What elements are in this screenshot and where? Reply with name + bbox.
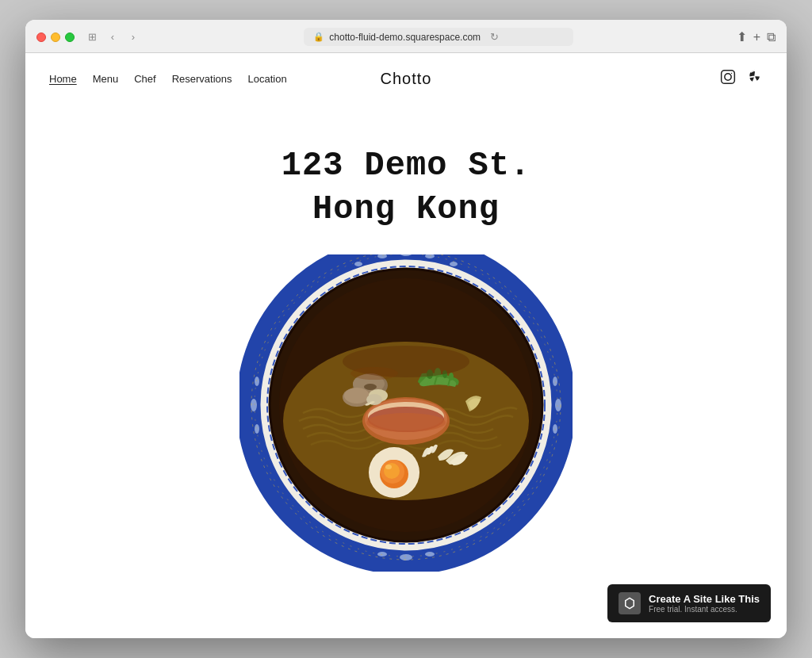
nav-reservations[interactable]: Reservations	[172, 73, 232, 85]
nav-location[interactable]: Location	[248, 73, 287, 85]
squarespace-badge[interactable]: Create A Site Like This Free trial. Inst…	[607, 584, 771, 622]
nav-social	[720, 69, 763, 89]
svg-point-20	[255, 424, 259, 434]
hero-line2: Hong Kong	[312, 190, 500, 228]
svg-point-47	[384, 463, 400, 479]
browser-chrome: ⊞ ‹ › 🔒 chotto-fluid-demo.squarespace.co…	[25, 20, 787, 53]
windows-button[interactable]: ⧉	[767, 30, 776, 44]
squarespace-badge-icon	[619, 592, 641, 614]
svg-point-21	[255, 377, 259, 386]
svg-point-15	[553, 377, 557, 386]
instagram-icon[interactable]	[720, 69, 736, 89]
site-content: Home Menu Chef Reservations Location Cho…	[25, 53, 787, 638]
hero-section: 123 Demo St. Hong Kong	[25, 105, 787, 254]
svg-point-36	[344, 388, 370, 404]
squarespace-badge-text: Create A Site Like This Free trial. Inst…	[649, 593, 760, 614]
svg-rect-0	[722, 71, 735, 84]
close-button[interactable]	[36, 33, 46, 42]
svg-point-12	[354, 262, 362, 266]
refresh-button[interactable]: ↻	[490, 31, 499, 43]
new-tab-button[interactable]: +	[753, 30, 760, 44]
share-button[interactable]: ⬆	[737, 29, 747, 44]
hero-title: 123 Demo St. Hong Kong	[41, 144, 771, 231]
minimize-button[interactable]	[51, 33, 60, 42]
svg-point-18	[377, 552, 387, 557]
svg-point-11	[450, 262, 458, 266]
svg-point-1	[725, 74, 731, 80]
hero-line1: 123 Demo St.	[282, 147, 530, 185]
ramen-bowl-image	[239, 254, 573, 572]
browser-controls: ⊞ ‹ ›	[84, 29, 141, 45]
svg-point-48	[385, 465, 392, 469]
svg-point-14	[553, 424, 557, 434]
address-bar[interactable]: 🔒 chotto-fluid-demo.squarespace.com ↻	[304, 28, 573, 46]
svg-point-31	[366, 413, 446, 432]
svg-point-17	[425, 552, 435, 557]
yelp-icon[interactable]	[747, 69, 763, 89]
svg-point-2	[731, 73, 732, 74]
browser-window: ⊞ ‹ › 🔒 chotto-fluid-demo.squarespace.co…	[25, 20, 787, 638]
site-logo[interactable]: Chotto	[381, 70, 432, 88]
nav-home[interactable]: Home	[49, 73, 77, 85]
back-button[interactable]: ‹	[105, 29, 121, 45]
badge-main-text: Create A Site Like This	[649, 593, 760, 605]
forward-button[interactable]: ›	[125, 29, 141, 45]
browser-actions: ⬆ + ⧉	[737, 29, 776, 44]
svg-point-42	[449, 373, 454, 381]
svg-point-50	[350, 367, 398, 380]
traffic-lights	[36, 33, 75, 42]
nav-menu[interactable]: Menu	[93, 73, 119, 85]
lock-icon: 🔒	[313, 32, 324, 42]
sidebar-toggle[interactable]: ⊞	[84, 29, 100, 45]
food-image-container: Create A Site Like This Free trial. Inst…	[25, 254, 787, 638]
address-bar-wrapper: 🔒 chotto-fluid-demo.squarespace.com ↻	[151, 28, 727, 46]
nav-links: Home Menu Chef Reservations Location	[49, 73, 287, 85]
url-text: chotto-fluid-demo.squarespace.com	[329, 32, 481, 43]
site-nav: Home Menu Chef Reservations Location Cho…	[25, 53, 787, 105]
svg-point-34	[364, 384, 377, 390]
fullscreen-button[interactable]	[65, 33, 75, 42]
badge-sub-text: Free trial. Instant access.	[649, 605, 760, 614]
nav-chef[interactable]: Chef	[134, 73, 155, 85]
